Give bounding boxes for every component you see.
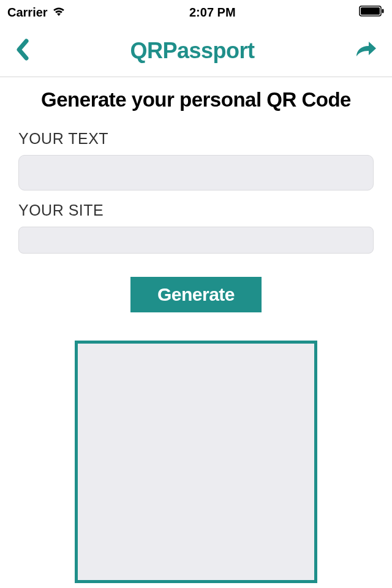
- qr-preview: [75, 341, 317, 583]
- carrier-label: Carrier: [7, 6, 48, 20]
- text-input[interactable]: [18, 155, 374, 190]
- text-label: YOUR TEXT: [18, 130, 374, 148]
- share-button[interactable]: [355, 40, 377, 61]
- site-input[interactable]: [18, 227, 374, 254]
- heading: Generate your personal QR Code: [18, 88, 374, 111]
- chevron-left-icon: [15, 52, 29, 62]
- battery-icon: [359, 6, 385, 20]
- generate-wrap: Generate: [18, 277, 374, 312]
- site-label: YOUR SITE: [18, 202, 374, 219]
- status-left: Carrier: [7, 6, 66, 20]
- status-time: 2:07 PM: [189, 6, 236, 20]
- generate-button[interactable]: Generate: [130, 277, 262, 312]
- back-button[interactable]: [15, 39, 29, 63]
- status-right: [359, 6, 385, 20]
- wifi-icon: [51, 6, 66, 20]
- svg-rect-2: [382, 9, 383, 13]
- qr-wrap: [18, 341, 374, 586]
- status-bar: Carrier 2:07 PM: [0, 0, 392, 24]
- nav-bar: QRPassport: [0, 24, 392, 77]
- page-title: QRPassport: [130, 38, 254, 64]
- content: Generate your personal QR Code YOUR TEXT…: [0, 77, 392, 586]
- svg-rect-1: [361, 7, 380, 15]
- share-icon: [355, 50, 377, 61]
